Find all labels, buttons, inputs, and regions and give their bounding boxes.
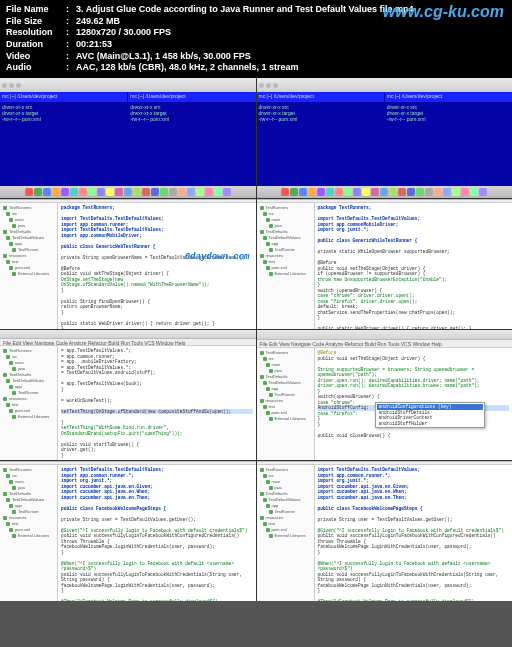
code-editor[interactable]: package TestRunners; import TestDefaults… [315, 203, 513, 329]
dock-app-icon[interactable] [97, 188, 105, 196]
dock-app-icon[interactable] [178, 188, 186, 196]
dock-app-icon[interactable] [407, 188, 415, 196]
code-editor[interactable]: import TestDefaults.TestDefaultValues;im… [58, 465, 256, 601]
watermark: www.cg-ku.com [383, 2, 504, 23]
dock-app-icon[interactable] [124, 188, 132, 196]
terminal-left-panel[interactable]: mc [~] /Users/dev/project drwxr-xr-x src… [257, 92, 384, 186]
folder-icon [260, 206, 264, 210]
project-tree[interactable]: TestRunnerssrcmainjavaTestDefaultsTestDe… [257, 203, 315, 329]
folder-icon [12, 534, 16, 538]
project-tree[interactable]: TestRunnerssrcmainjavaTestDefaultsTestDe… [0, 346, 58, 460]
dock-app-icon[interactable] [317, 188, 325, 196]
dock-app-icon[interactable] [106, 188, 114, 196]
code-line: @Then("^Facebook Welcome Page is success… [318, 599, 510, 601]
folder-icon [260, 399, 264, 403]
folder-icon [9, 242, 13, 246]
code-line: setTestThing(OnStage.ofStandard(new comp… [61, 409, 253, 415]
code-editor[interactable]: androidConfigurations (key)androidStuffD… [315, 348, 513, 460]
terminal-path: mc [~] /Users/dev/project [128, 92, 255, 102]
dock-app-icon[interactable] [335, 188, 343, 196]
folder-icon [3, 397, 7, 401]
project-tree[interactable]: TestRunnerssrcmainjavaTestDefaultsTestDe… [257, 465, 315, 601]
dock-app-icon[interactable] [223, 188, 231, 196]
dock-app-icon[interactable] [308, 188, 316, 196]
dock-app-icon[interactable] [416, 188, 424, 196]
dock-app-icon[interactable] [425, 188, 433, 196]
code-editor[interactable]: 0daydown.com package TestRunners; import… [58, 203, 256, 329]
folder-icon [269, 510, 273, 514]
folder-icon [6, 260, 10, 264]
folder-icon [12, 248, 16, 252]
folder-icon [269, 393, 273, 397]
dock-app-icon[interactable] [205, 188, 213, 196]
dock-app-icon[interactable] [34, 188, 42, 196]
window-dot[interactable] [259, 83, 264, 88]
window-dot[interactable] [9, 83, 14, 88]
dock-app-icon[interactable] [43, 188, 51, 196]
folder-icon [266, 504, 270, 508]
dock-app-icon[interactable] [290, 188, 298, 196]
dock-app-icon[interactable] [61, 188, 69, 196]
dock-app-icon[interactable] [353, 188, 361, 196]
project-tree[interactable]: TestRunnerssrcmainjavaTestDefaultsTestDe… [0, 465, 58, 601]
dock-app-icon[interactable] [79, 188, 87, 196]
dock-app-icon[interactable] [133, 188, 141, 196]
tree-item[interactable]: External Libraries [1, 271, 56, 277]
window-dot[interactable] [16, 83, 21, 88]
terminal-right-panel[interactable]: mc [~] /Users/dev/project drwxr-xr-x src… [385, 92, 512, 186]
window-dot[interactable] [273, 83, 278, 88]
dock-app-icon[interactable] [452, 188, 460, 196]
dock-app-icon[interactable] [461, 188, 469, 196]
dock-app-icon[interactable] [344, 188, 352, 196]
tree-item[interactable]: External Libraries [258, 416, 313, 422]
window-dot[interactable] [266, 83, 271, 88]
tree-item[interactable]: External Libraries [1, 533, 56, 539]
dock-app-icon[interactable] [151, 188, 159, 196]
terminal-left-panel[interactable]: mc [~] /Users/dev/project drwxr-xr-x src… [0, 92, 127, 186]
dock-app-icon[interactable] [434, 188, 442, 196]
dock-app-icon[interactable] [25, 188, 33, 196]
project-tree[interactable]: TestRunnerssrcmainjavaTestDefaultsTestDe… [0, 203, 58, 329]
ide-menubar[interactable]: File Edit View Navigate Code Analyze Ref… [0, 339, 256, 346]
folder-icon [266, 363, 270, 367]
dock-app-icon[interactable] [196, 188, 204, 196]
dock-app-icon[interactable] [470, 188, 478, 196]
dock-app-icon[interactable] [115, 188, 123, 196]
dock-app-icon[interactable] [52, 188, 60, 196]
dock-app-icon[interactable] [479, 188, 487, 196]
dock-app-icon[interactable] [214, 188, 222, 196]
dock-app-icon[interactable] [326, 188, 334, 196]
dock-app-icon[interactable] [281, 188, 289, 196]
tree-item[interactable]: External Libraries [1, 414, 56, 420]
tree-item[interactable]: External Libraries [258, 533, 313, 539]
dock-app-icon[interactable] [389, 188, 397, 196]
code-line: public void successfullyLoginToFacebookW… [61, 533, 253, 544]
project-tree[interactable]: TestRunnerssrcmainjavaTestDefaultsTestDe… [257, 348, 315, 460]
dock-app-icon[interactable] [371, 188, 379, 196]
folder-icon [6, 379, 10, 383]
tree-item[interactable]: External Libraries [258, 271, 313, 277]
dock-app-icon[interactable] [299, 188, 307, 196]
ide-menubar[interactable]: File Edit View Navigate Code Analyze Ref… [257, 340, 513, 348]
folder-icon [9, 266, 13, 270]
dock-app-icon[interactable] [380, 188, 388, 196]
dock-app-icon[interactable] [142, 188, 150, 196]
dock-app-icon[interactable] [70, 188, 78, 196]
window-dot[interactable] [2, 83, 7, 88]
ide-pane-2-left: File Edit View Navigate Code Analyze Ref… [0, 199, 256, 329]
code-line: } [61, 453, 253, 459]
dock-app-icon[interactable] [160, 188, 168, 196]
dock-app-icon[interactable] [398, 188, 406, 196]
folder-icon [266, 266, 270, 270]
folder-icon [263, 381, 267, 385]
autocomplete-popup[interactable]: androidConfigurations (key)androidStuffD… [375, 402, 485, 428]
code-editor[interactable]: = app.TestDefaultValues.*; = app.common.… [58, 346, 256, 460]
dock-app-icon[interactable] [187, 188, 195, 196]
dock-app-icon[interactable] [88, 188, 96, 196]
terminal-right-panel[interactable]: mc [~] /Users/dev/project drwxr-xr-x src… [128, 92, 255, 186]
code-editor[interactable]: import TestDefaults.TestDefaultValues;im… [315, 465, 513, 601]
dock-app-icon[interactable] [362, 188, 370, 196]
dock-app-icon[interactable] [169, 188, 177, 196]
dock-app-icon[interactable] [443, 188, 451, 196]
autocomplete-item[interactable]: androidStuffHolder [377, 421, 483, 427]
